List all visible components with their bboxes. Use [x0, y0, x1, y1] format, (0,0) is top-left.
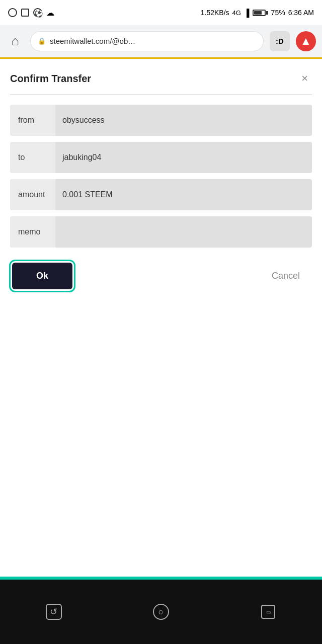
dialog-divider	[10, 94, 312, 95]
memo-field: memo	[10, 216, 312, 248]
status-bar-left: ⚽ ☁	[8, 8, 54, 18]
phone-icon	[8, 8, 17, 17]
recents-icon: ▭	[261, 605, 275, 619]
browser-bar: ⌂ 🔒 steemitwallet.com/@ob… :D ▲	[0, 25, 322, 57]
dialog-header: Confirm Transfer ×	[10, 71, 312, 86]
confirm-transfer-dialog: Confirm Transfer × from obysuccess to ja…	[0, 59, 322, 304]
screenshot-icon	[21, 9, 29, 17]
from-value-container: obysuccess	[55, 105, 312, 136]
notification-icon: ▲	[300, 35, 311, 48]
from-label: from	[10, 116, 55, 125]
tab-button[interactable]: :D	[270, 31, 290, 51]
page-content: Confirm Transfer × from obysuccess to ja…	[0, 57, 322, 304]
button-row: Ok Cancel	[10, 263, 312, 289]
ok-button[interactable]: Ok	[12, 263, 72, 289]
close-button[interactable]: ×	[297, 71, 312, 86]
bottom-nav-bar: ↺ ○ ▭	[0, 580, 322, 644]
home-icon: ⌂	[11, 33, 19, 49]
amount-label: amount	[10, 190, 55, 199]
cancel-button[interactable]: Cancel	[262, 263, 310, 289]
amount-value-container: 0.001 STEEM	[55, 179, 312, 210]
status-bar-right: 1.52KB/s 4G ▐ 75% 6:36 AM	[201, 9, 314, 17]
back-nav-button[interactable]: ↺	[39, 597, 69, 627]
memo-value-container[interactable]	[55, 216, 312, 248]
battery-icon	[253, 10, 268, 16]
network-speed: 1.52KB/s	[201, 9, 229, 17]
recents-nav-button[interactable]: ▭	[253, 597, 283, 627]
home-button[interactable]: ⌂	[6, 32, 24, 50]
home-nav-button[interactable]: ○	[146, 597, 176, 627]
network-type: 4G	[232, 9, 241, 17]
amount-value: 0.001 STEEM	[62, 190, 113, 199]
from-field: from obysuccess	[10, 105, 312, 136]
from-value: obysuccess	[62, 116, 105, 125]
url-text: steemitwallet.com/@ob…	[50, 37, 256, 45]
back-icon: ↺	[46, 604, 62, 620]
lock-icon: 🔒	[38, 37, 46, 45]
cloud-icon: ☁	[46, 8, 54, 18]
url-bar[interactable]: 🔒 steemitwallet.com/@ob…	[30, 31, 264, 51]
dialog-title: Confirm Transfer	[10, 73, 91, 85]
soccer-icon: ⚽	[33, 8, 42, 17]
memo-label: memo	[10, 227, 55, 236]
time: 6:36 AM	[288, 9, 314, 17]
tab-label: :D	[276, 37, 284, 45]
status-bar: ⚽ ☁ 1.52KB/s 4G ▐ 75% 6:36 AM	[0, 0, 322, 25]
signal-icon: ▐	[244, 9, 250, 17]
to-value-container: jabuking04	[55, 142, 312, 173]
amount-field: amount 0.001 STEEM	[10, 179, 312, 210]
notification-button[interactable]: ▲	[296, 31, 316, 51]
to-value: jabuking04	[62, 153, 101, 162]
home-nav-icon: ○	[153, 604, 169, 620]
to-label: to	[10, 153, 55, 162]
to-field: to jabuking04	[10, 142, 312, 173]
battery-percent: 75%	[271, 9, 285, 17]
